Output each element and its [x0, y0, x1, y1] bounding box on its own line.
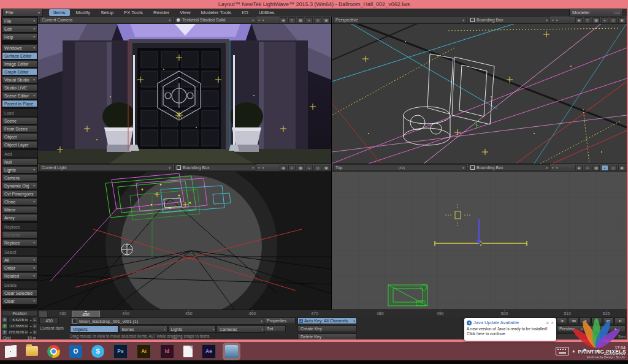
gear-icon[interactable] [546, 320, 549, 325]
x-envelope-button[interactable]: E [32, 317, 37, 323]
taskbar-start[interactable] [5, 345, 17, 358]
sidebar-item[interactable]: Studio LIVE [2, 84, 37, 91]
sidebar-item[interactable]: Graph Editor [2, 68, 37, 75]
camera-render-icon[interactable]: ◉ [280, 17, 287, 23]
taskbar-notepad[interactable] [183, 346, 193, 357]
expand-icon[interactable]: ▣ [618, 165, 626, 171]
preview-forward-button[interactable]: ▶ [607, 325, 626, 332]
render-mode-selector[interactable]: Bounding Box [468, 164, 550, 171]
chevron-down-icon[interactable]: ▾ [262, 166, 264, 170]
list-icon[interactable]: ≡ [584, 17, 591, 23]
item-category-button[interactable]: Bones [119, 325, 167, 333]
list-icon[interactable]: ≡ [288, 165, 296, 171]
sidebar-item[interactable]: Null [2, 158, 37, 165]
tray-java-icon[interactable]: ● [577, 349, 580, 354]
current-item-dropdown[interactable]: Moon_Backdrop_001_v001 (1) [70, 317, 265, 325]
create-key-button[interactable]: Create Key [297, 325, 357, 332]
top-viewport-canvas[interactable] [332, 171, 627, 309]
transport-button[interactable]: ▶| [615, 317, 626, 324]
sidebar-item[interactable]: Array [2, 214, 37, 221]
view-type-selector[interactable]: Top (XZ) [333, 164, 467, 171]
play-button-disabled[interactable] [556, 333, 586, 339]
z-axis-button[interactable]: Z [2, 329, 7, 335]
close-icon[interactable] [551, 320, 554, 325]
x-axis-button[interactable]: X [2, 317, 7, 323]
properties-button[interactable]: Properties [264, 317, 296, 324]
view-type-selector[interactable]: Current Light [39, 164, 173, 171]
menu-tab[interactable]: Modeler Tools [196, 9, 236, 16]
zoom-icon[interactable]: ◎ [314, 17, 321, 23]
pan-icon[interactable]: + [601, 165, 608, 171]
sidebar-item[interactable]: Related ▾ [2, 272, 37, 279]
x-nudge-arrows[interactable]: ◂▸ [29, 319, 31, 322]
grid-icon[interactable]: ▦ [592, 165, 600, 171]
sidebar-item[interactable]: Scene [2, 117, 37, 124]
sidebar-item[interactable]: Image Editor [2, 60, 37, 67]
grid-icon[interactable]: ▦ [297, 165, 304, 171]
expand-icon[interactable]: ▣ [618, 17, 626, 23]
sidebar-item[interactable]: Camera [2, 174, 37, 181]
expand-icon[interactable]: ▣ [323, 165, 330, 171]
sidebar-item[interactable]: Order ▾ [2, 264, 37, 271]
menu-tab[interactable]: I/O [237, 9, 253, 16]
sidebar-item[interactable]: Lights ▾ [2, 166, 37, 173]
chevron-down-icon[interactable]: ▾ [556, 166, 558, 170]
preview-back-button[interactable]: ◀ [586, 325, 605, 332]
sidebar-item[interactable]: Parent in Place [2, 100, 37, 107]
item-category-button[interactable]: Cameras [216, 325, 265, 333]
file-menu-button[interactable]: File [2, 9, 43, 17]
chevron-down-icon[interactable]: ▾ [556, 18, 558, 22]
chevron-down-icon[interactable]: ▾ [258, 18, 260, 22]
auto-key-toggle[interactable]: Auto Key: All Channels [297, 317, 357, 324]
preview-dropdown[interactable]: Preview [556, 325, 586, 332]
y-axis-button[interactable]: Y [2, 323, 7, 329]
camera-render-icon[interactable]: ◉ [575, 17, 583, 23]
y-value-field[interactable]: 21.5565 m [8, 323, 29, 329]
sidebar-item[interactable]: All ▾ [2, 256, 37, 264]
view-type-selector[interactable]: Perspective [333, 17, 467, 23]
sidebar-item[interactable]: Cvt Powergons [2, 190, 37, 197]
taskbar-aftereffects[interactable]: Ae [202, 344, 216, 358]
touch-keyboard-icon[interactable] [556, 347, 569, 355]
menu-tab[interactable]: Modify [72, 9, 95, 16]
chevron-down-icon[interactable]: ▾ [552, 18, 554, 22]
java-popup-body[interactable]: A new version of Java is ready to be ins… [464, 325, 556, 338]
transport-button[interactable]: ▶ [591, 317, 602, 324]
view-type-selector[interactable]: Current Camera [39, 17, 173, 23]
window-titlebar[interactable]: Layout™ NewTek LightWave™ 2015.3 (Win64)… [0, 0, 628, 9]
zoom-icon[interactable]: ◎ [610, 17, 617, 23]
sidebar-item[interactable]: Replace ▾ [2, 239, 37, 246]
item-checkbox[interactable] [72, 319, 77, 324]
sidebar-item[interactable]: Dynamic Obj ▾ [2, 182, 37, 189]
list-icon[interactable]: ≡ [288, 17, 296, 23]
taskbar-illustrator[interactable]: Ai [137, 344, 151, 358]
tray-network-icon[interactable]: ● [589, 349, 592, 354]
grid-icon[interactable]: ▦ [297, 17, 304, 23]
tray-expand-icon[interactable]: ▴ [572, 349, 575, 354]
transport-button[interactable]: ▶▶ [603, 317, 614, 324]
render-mode-selector[interactable]: Bounding Box [174, 164, 256, 171]
sidebar-item[interactable]: From Scene [2, 125, 37, 132]
tray-flag-icon[interactable]: ⚑ [583, 349, 587, 354]
pan-icon[interactable]: + [305, 165, 313, 171]
sidebar-item[interactable]: Rename [2, 231, 37, 238]
sidebar-item[interactable]: Visual Studio ▾ [2, 76, 37, 83]
zoom-icon[interactable]: ◎ [314, 165, 321, 171]
y-nudge-arrows[interactable]: ◂▸ [29, 325, 31, 328]
camera-render-icon[interactable]: ◉ [280, 165, 287, 171]
camera-render-icon[interactable]: ◉ [575, 165, 583, 171]
sidebar-item[interactable]: Mirror [2, 206, 37, 213]
taskbar-indesign[interactable]: Id [160, 344, 174, 358]
taskbar-lightwave[interactable] [225, 345, 238, 358]
z-nudge-arrows[interactable]: ◂▸ [29, 331, 31, 334]
menu-tab[interactable]: FX Tools [120, 9, 147, 16]
transport-button[interactable]: ◀◀ [568, 317, 579, 324]
stop-button-disabled[interactable] [586, 333, 616, 339]
java-update-popup[interactable]: Java Update Available A new version of J… [464, 318, 556, 341]
expand-icon[interactable]: ▣ [323, 17, 330, 23]
pan-icon[interactable]: + [305, 17, 313, 23]
sidebar-item[interactable]: File ▾ [2, 17, 37, 25]
set-button[interactable]: Set [264, 325, 286, 332]
taskbar-skype[interactable]: S [91, 345, 104, 358]
sidebar-item[interactable]: Object [2, 133, 37, 140]
